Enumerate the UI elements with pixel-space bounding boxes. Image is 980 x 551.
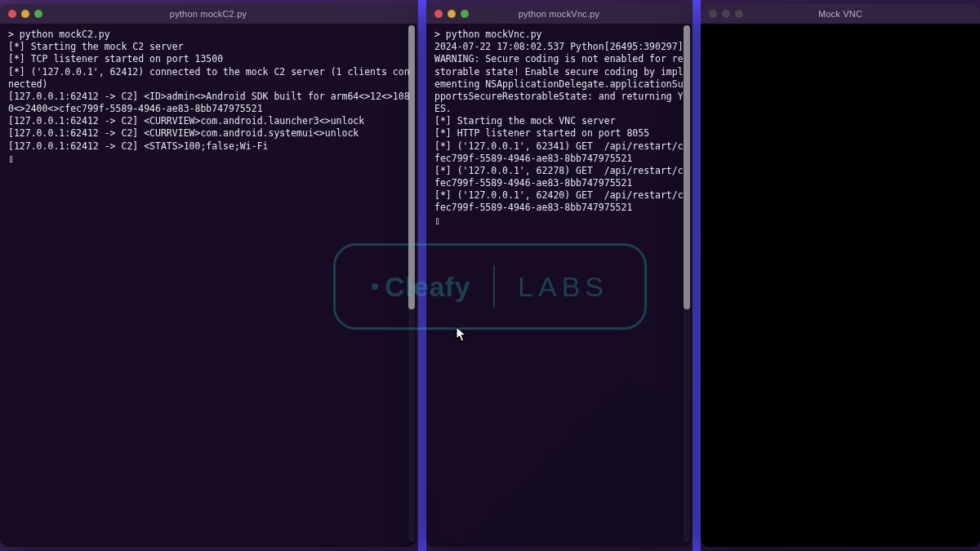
maximize-icon[interactable] [461, 10, 469, 18]
terminal-line: ▯ [434, 215, 685, 227]
scrollbar[interactable] [684, 25, 690, 542]
scrollbar-thumb[interactable] [408, 25, 415, 309]
window-title: python mockC2.py [0, 9, 416, 19]
maximize-icon[interactable] [34, 10, 42, 18]
traffic-lights [701, 10, 743, 18]
close-icon[interactable] [8, 10, 16, 18]
vnc-window[interactable]: Mock VNC [701, 4, 980, 547]
terminal-line: [127.0.0.1:62412 -> C2] <STATS>100;false… [8, 140, 410, 153]
minimize-icon[interactable] [448, 10, 456, 18]
terminal-line: [*] Starting the mock C2 server [8, 41, 410, 53]
terminal-line: [*] Starting the mock VNC server [434, 115, 685, 127]
terminal-output[interactable]: > python mockC2.py[*] Starting the mock … [0, 24, 416, 547]
terminal-window-mockvnc[interactable]: python mockVnc.py > python mockVnc.py202… [426, 4, 692, 547]
traffic-lights [0, 10, 42, 18]
terminal-window-mockc2[interactable]: python mockC2.py > python mockC2.py[*] S… [0, 4, 416, 547]
terminal-line: [*] TCP listener started on port 13500 [8, 53, 410, 65]
window-gap [693, 0, 701, 551]
minimize-icon[interactable] [21, 10, 29, 18]
terminal-line: [127.0.0.1:62412 -> C2] <CURRVIEW>com.an… [8, 127, 410, 140]
close-icon[interactable] [434, 10, 443, 18]
titlebar[interactable]: Mock VNC [701, 4, 980, 24]
terminal-line: [127.0.0.1:62412 -> C2] <CURRVIEW>com.an… [8, 115, 410, 127]
terminal-line: ▯ [8, 153, 410, 165]
desktop: python mockC2.py > python mockC2.py[*] S… [0, 0, 980, 551]
titlebar[interactable]: python mockC2.py [0, 4, 416, 24]
vnc-viewport[interactable] [701, 24, 980, 547]
minimize-icon[interactable] [722, 10, 730, 18]
terminal-output[interactable]: > python mockVnc.py2024-07-22 17:08:02.5… [426, 24, 692, 547]
terminal-line: 2024-07-22 17:08:02.537 Python[26495:390… [434, 41, 685, 115]
terminal-line: [*] ('127.0.0.1', 62420) GET /api/restar… [434, 189, 685, 214]
terminal-line: [*] HTTP listener started on port 8055 [434, 127, 685, 140]
close-icon[interactable] [709, 10, 717, 18]
terminal-line: [*] ('127.0.0.1', 62278) GET /api/restar… [434, 165, 685, 189]
titlebar[interactable]: python mockVnc.py [426, 4, 692, 24]
scrollbar-thumb[interactable] [684, 25, 690, 309]
maximize-icon[interactable] [735, 10, 743, 18]
terminal-line: > python mockVnc.py [434, 29, 685, 41]
terminal-line: [*] ('127.0.0.1', 62412) connected to th… [8, 66, 410, 91]
terminal-line: > python mockC2.py [8, 29, 410, 41]
traffic-lights [426, 10, 469, 18]
terminal-line: [*] ('127.0.0.1', 62341) GET /api/restar… [434, 140, 685, 165]
terminal-line: [127.0.0.1:62412 -> C2] <ID>admin<>Andro… [8, 91, 410, 115]
scrollbar[interactable] [408, 25, 415, 542]
window-gap [418, 0, 426, 551]
